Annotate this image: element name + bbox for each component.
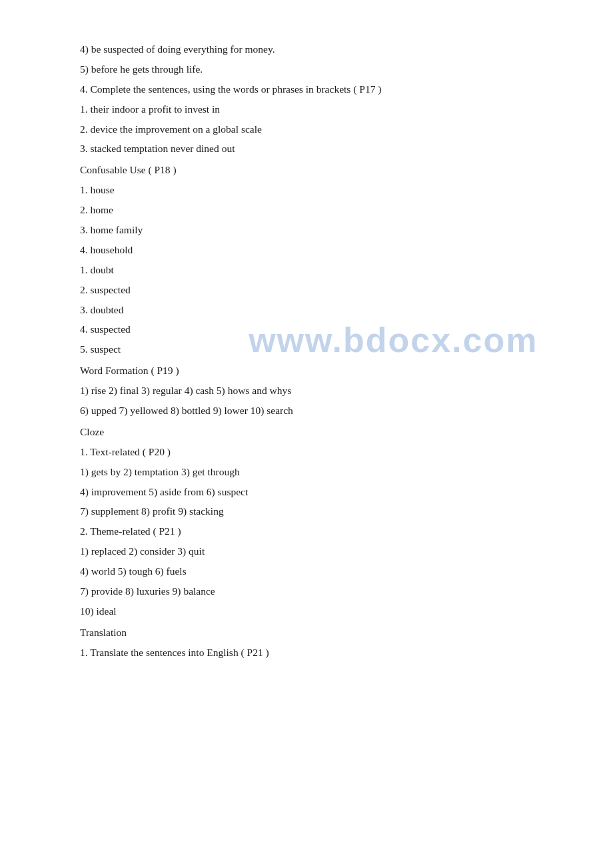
line12: 1. doubt — [80, 261, 533, 279]
line10: 3. home family — [80, 221, 533, 239]
line22: 1) gets by 2) temptation 3) get through — [80, 463, 533, 481]
line23: 4) improvement 5) aside from 6) suspect — [80, 483, 533, 501]
line4: 1. their indoor a profit to invest in — [80, 100, 533, 119]
line11: 4. household — [80, 241, 533, 259]
line25: 2. Theme-related ( P21 ) — [80, 522, 533, 541]
line15: 4. suspected — [80, 320, 533, 339]
page-content: 4) be suspected of doing everything for … — [0, 0, 613, 703]
line16: 5. suspect — [80, 340, 533, 359]
line28: 7) provide 8) luxuries 9) balance — [80, 582, 533, 601]
line14: 3. doubted — [80, 301, 533, 319]
line29: 10) ideal — [80, 602, 533, 621]
line26: 1) replaced 2) consider 3) quit — [80, 542, 533, 561]
line30: Translation — [80, 623, 533, 642]
line27: 4) world 5) tough 6) fuels — [80, 562, 533, 581]
line20: Cloze — [80, 423, 533, 441]
line6: 3. stacked temptation never dined out — [80, 139, 533, 158]
line24: 7) supplement 8) profit 9) stacking — [80, 502, 533, 521]
line19: 6) upped 7) yellowed 8) bottled 9) lower… — [80, 401, 533, 420]
line18: 1) rise 2) final 3) regular 4) cash 5) h… — [80, 381, 533, 400]
line1: 4) be suspected of doing everything for … — [80, 40, 533, 59]
line21: 1. Text-related ( P20 ) — [80, 443, 533, 461]
line9: 2. home — [80, 201, 533, 219]
line17: Word Formation ( P19 ) — [80, 361, 533, 380]
line3: 4. Complete the sentences, using the wor… — [80, 80, 533, 99]
line31: 1. Translate the sentences into English … — [80, 643, 533, 662]
line5: 2. device the improvement on a global sc… — [80, 120, 533, 139]
line7: Confusable Use ( P18 ) — [80, 161, 533, 179]
line13: 2. suspected — [80, 281, 533, 299]
line2: 5) before he gets through life. — [80, 60, 533, 79]
line8: 1. house — [80, 181, 533, 199]
